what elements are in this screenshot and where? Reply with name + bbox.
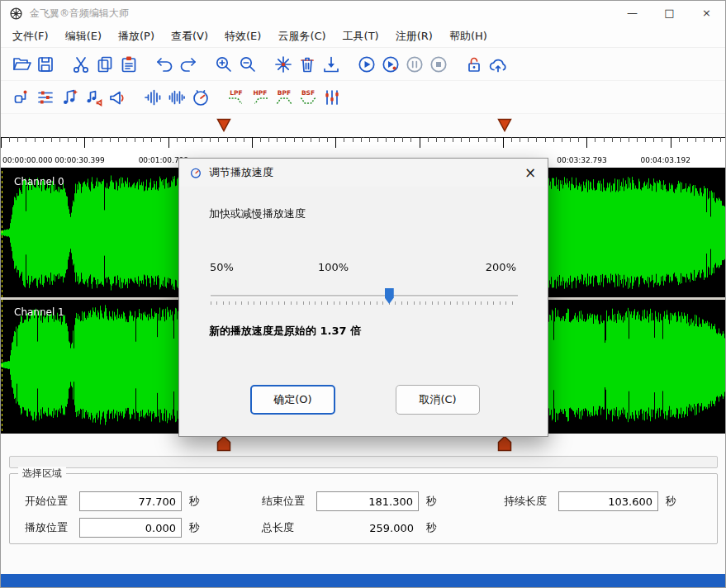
selection-end-marker[interactable]: [497, 118, 512, 132]
menu-item-2[interactable]: 编辑(E): [57, 26, 110, 46]
dialog-description: 加快或减慢播放速度: [209, 206, 306, 221]
menu-item-4[interactable]: 查看(V): [163, 26, 216, 46]
zoom-in-icon[interactable]: [211, 52, 235, 76]
selection-start-marker[interactable]: [216, 118, 231, 132]
ruler-label: 00:00:00.000: [2, 156, 52, 164]
slider-min-label: 50%: [210, 261, 234, 273]
dialog-titlebar[interactable]: 调节播放速度 ×: [179, 159, 548, 187]
play-position-unit: 秒: [189, 520, 200, 535]
paste-icon[interactable]: [116, 52, 140, 76]
announcement-icon[interactable]: [105, 85, 129, 109]
slider-mid-label: 100%: [318, 261, 349, 273]
total-length-unit: 秒: [426, 520, 437, 535]
menu-item-5[interactable]: 特效(E): [216, 26, 269, 46]
end-position-unit: 秒: [426, 494, 437, 509]
selection-panel-title: 选择区域: [18, 467, 66, 481]
zoom-out-icon[interactable]: [235, 52, 259, 76]
total-length-field: 总长度 259.000 秒: [262, 518, 437, 538]
ok-button[interactable]: 确定(O): [250, 385, 335, 415]
close-button[interactable]: ×: [688, 1, 725, 26]
stop-icon[interactable]: [426, 52, 450, 76]
slider-track[interactable]: [211, 295, 518, 297]
duration-field: 持续长度 秒: [504, 491, 676, 511]
hpf-filter-icon[interactable]: HPF: [248, 85, 272, 109]
undo-icon[interactable]: [152, 52, 176, 76]
duration-label: 持续长度: [504, 494, 558, 509]
app-window: 金飞翼®音频编辑大师 — □ × 文件(F)编辑(E)播放(P)查看(V)特效(…: [0, 0, 726, 588]
start-position-label: 开始位置: [25, 494, 79, 509]
duration-input[interactable]: [558, 491, 658, 511]
dialog-close-button[interactable]: ×: [513, 159, 548, 187]
menu-item-6[interactable]: 云服务(C): [269, 26, 334, 46]
maximize-button[interactable]: □: [651, 1, 688, 26]
start-position-input[interactable]: [79, 491, 182, 511]
svg-text:HPF: HPF: [253, 89, 267, 97]
play-position-input[interactable]: [79, 518, 182, 538]
bsf-filter-icon[interactable]: BSF: [296, 85, 320, 109]
audio-effects-settings-icon[interactable]: [33, 85, 57, 109]
total-length-value: 259.000: [316, 522, 419, 534]
end-position-input[interactable]: [316, 491, 419, 511]
open-file-icon[interactable]: [9, 52, 33, 76]
slider-max-label: 200%: [486, 261, 516, 273]
toolbar-effects: LPFHPFBPFBSF: [1, 81, 725, 114]
channel-0-label: Channel 0: [14, 176, 64, 187]
total-length-label: 总长度: [262, 520, 316, 535]
play-icon[interactable]: [354, 52, 378, 76]
lock-icon[interactable]: [462, 52, 486, 76]
channel-1-label: Channel 1: [14, 306, 64, 318]
menu-item-8[interactable]: 注册(R): [387, 26, 441, 46]
speed-dialog-icon: [189, 166, 202, 179]
play-position-field: 播放位置 秒: [25, 518, 200, 538]
dialog-title: 调节播放速度: [209, 165, 273, 180]
menu-bar: 文件(F)编辑(E)播放(P)查看(V)特效(E)云服务(C)工具(T)注册(R…: [1, 26, 725, 48]
cut-icon[interactable]: [69, 52, 93, 76]
recording-device-icon[interactable]: [9, 85, 33, 109]
play-selection-icon[interactable]: [378, 52, 402, 76]
cancel-button[interactable]: 取消(C): [396, 385, 480, 415]
app-logo-icon: [9, 7, 23, 21]
minimize-button[interactable]: —: [614, 1, 651, 26]
lpf-filter-icon[interactable]: LPF: [224, 85, 248, 109]
play-position-label: 播放位置: [25, 520, 79, 535]
ruler-label: 00:04:03.192: [641, 156, 690, 164]
special-effects-icon[interactable]: [271, 52, 295, 76]
speed-slider[interactable]: [211, 287, 518, 309]
start-position-unit: 秒: [189, 494, 200, 509]
window-controls: — □ ×: [614, 1, 725, 26]
end-position-label: 结束位置: [262, 494, 316, 509]
save-file-icon[interactable]: [33, 52, 57, 76]
bpf-filter-icon[interactable]: BPF: [272, 85, 296, 109]
equalizer-icon[interactable]: [320, 85, 344, 109]
import-audio-icon[interactable]: [319, 52, 343, 76]
delete-icon[interactable]: [295, 52, 319, 76]
menu-item-3[interactable]: 播放(P): [110, 26, 163, 46]
svg-text:BPF: BPF: [277, 89, 290, 97]
selection-start-marker-bottom[interactable]: [216, 435, 231, 452]
add-music-icon[interactable]: [57, 85, 81, 109]
start-position-field: 开始位置 秒: [25, 491, 200, 511]
position-scrollbar[interactable]: [9, 456, 718, 468]
marker-strip: [1, 114, 725, 137]
selection-end-marker-bottom[interactable]: [497, 435, 512, 452]
titlebar: 金飞翼®音频编辑大师 — □ ×: [1, 1, 725, 26]
ruler-label: 00:00:30.399: [55, 156, 104, 164]
duration-unit: 秒: [666, 494, 676, 509]
toolbar-main: [1, 48, 725, 81]
menu-item-9[interactable]: 帮助(H): [441, 26, 496, 46]
menu-item-1[interactable]: 文件(F): [4, 26, 57, 46]
redo-icon[interactable]: [176, 52, 200, 76]
cloud-upload-icon[interactable]: [486, 52, 510, 76]
pause-icon[interactable]: [402, 52, 426, 76]
playback-speed-icon[interactable]: [188, 85, 212, 109]
slider-ticks: [211, 301, 518, 305]
menu-item-7[interactable]: 工具(T): [335, 26, 387, 46]
ruler-label: 00:03:32.793: [557, 156, 606, 164]
waveform-zoom-icon[interactable]: [140, 85, 164, 109]
speed-result-text: 新的播放速度是原始的 1.37 倍: [209, 324, 361, 339]
window-title: 金飞翼®音频编辑大师: [30, 7, 129, 21]
selection-panel: 选择区域 开始位置 秒 结束位置 秒 持续长度 秒 播放位置 秒 总长度 259…: [9, 473, 718, 544]
copy-icon[interactable]: [93, 52, 116, 76]
waveform-view-icon[interactable]: [164, 85, 188, 109]
music-export-icon[interactable]: [81, 85, 105, 109]
